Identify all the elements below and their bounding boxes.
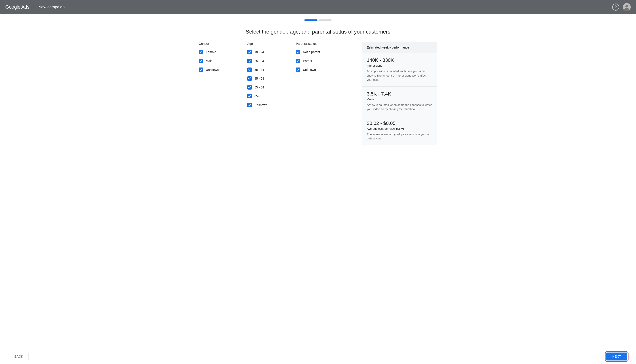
- age-25-34-item[interactable]: 25 - 34: [247, 59, 278, 63]
- gender-unknown-checkbox[interactable]: [199, 68, 203, 72]
- age-unknown-item[interactable]: Unknown: [247, 103, 278, 107]
- parental-unknown-label: Unknown: [303, 68, 316, 72]
- performance-panel-header: Estimated weekly performance: [362, 42, 437, 53]
- parental-not-a-parent-item[interactable]: Not a parent: [296, 50, 327, 54]
- gender-section: Gender Female Male: [199, 42, 230, 112]
- checkmark-icon: [248, 68, 251, 71]
- impressions-metric: 140K - 330K: [367, 57, 433, 63]
- header-divider: [34, 4, 34, 10]
- gender-male-label: Male: [206, 59, 212, 63]
- views-desc: A view is counted when someone chooses t…: [367, 103, 433, 112]
- app-logo: Google Ads: [5, 4, 29, 10]
- parental-unknown-item[interactable]: Unknown: [296, 68, 327, 72]
- left-columns: Gender Female Male: [199, 42, 353, 112]
- age-65plus-checkbox[interactable]: [247, 94, 252, 98]
- gender-header: Gender: [199, 42, 230, 46]
- main-content: Select the gender, age, and parental sta…: [190, 24, 446, 163]
- checkmark-icon: [248, 77, 251, 80]
- progress-step-1: [304, 20, 317, 21]
- age-unknown-checkbox[interactable]: [247, 103, 252, 107]
- age-25-34-label: 25 - 34: [254, 59, 264, 63]
- parental-not-a-parent-checkbox[interactable]: [296, 50, 300, 54]
- parental-unknown-checkbox[interactable]: [296, 68, 300, 72]
- age-45-54-item[interactable]: 45 - 54: [247, 76, 278, 81]
- app-header: Google Ads New campaign ?: [0, 0, 636, 14]
- cpv-desc: The average amount you'll pay every time…: [367, 132, 433, 141]
- gender-male-item[interactable]: Male: [199, 59, 230, 63]
- progress-container: [0, 14, 636, 24]
- gender-female-item[interactable]: Female: [199, 50, 230, 54]
- age-35-44-checkbox[interactable]: [247, 68, 252, 72]
- gender-unknown-label: Unknown: [206, 68, 219, 72]
- age-45-54-checkbox[interactable]: [247, 76, 252, 81]
- parental-parent-item[interactable]: Parent: [296, 59, 327, 63]
- progress-step-2: [319, 20, 332, 21]
- age-18-24-item[interactable]: 18 - 24: [247, 50, 278, 54]
- checkmark-icon: [248, 50, 251, 54]
- views-metric: 3.5K - 7.4K: [367, 91, 433, 97]
- parental-parent-checkbox[interactable]: [296, 59, 300, 63]
- age-65plus-item[interactable]: 65+: [247, 94, 278, 98]
- checkmark-icon: [199, 59, 202, 62]
- age-18-24-checkbox[interactable]: [247, 50, 252, 54]
- age-45-54-label: 45 - 54: [254, 77, 264, 80]
- progress-bar: [304, 20, 332, 21]
- age-18-24-label: 18 - 24: [254, 50, 264, 54]
- age-55-64-checkbox[interactable]: [247, 85, 252, 90]
- columns-wrapper: Gender Female Male: [199, 42, 437, 146]
- age-35-44-label: 35 - 44: [254, 68, 264, 72]
- age-unknown-label: Unknown: [254, 103, 267, 107]
- checkmark-icon: [296, 68, 300, 71]
- parental-status-header: Parental status: [296, 42, 327, 46]
- performance-panel: Estimated weekly performance 140K - 330K…: [362, 42, 437, 146]
- gender-unknown-item[interactable]: Unknown: [199, 68, 230, 72]
- age-section: Age 18 - 24 25 - 34: [247, 42, 278, 112]
- cpv-label: Average cost-per-view (CPV): [367, 127, 433, 130]
- impressions-label: Impressions: [367, 64, 433, 67]
- gender-female-label: Female: [206, 50, 216, 54]
- cpv-section: $0.02 - $0.05 Average cost-per-view (CPV…: [362, 116, 437, 145]
- checkmark-icon: [248, 104, 251, 106]
- parental-status-section: Parental status Not a parent: [296, 42, 327, 112]
- views-label: Views: [367, 98, 433, 101]
- checkmark-icon: [296, 59, 300, 62]
- page-title: Select the gender, age, and parental sta…: [199, 29, 437, 35]
- page-header-title: New campaign: [39, 5, 65, 10]
- gender-female-checkbox[interactable]: [199, 50, 203, 54]
- parental-not-a-parent-label: Not a parent: [303, 50, 320, 54]
- impressions-section: 140K - 330K Impressions An impression is…: [362, 53, 437, 87]
- svg-point-1: [625, 5, 628, 8]
- views-section: 3.5K - 7.4K Views A view is counted when…: [362, 87, 437, 116]
- checkmark-icon: [248, 86, 251, 89]
- checkmark-icon: [248, 95, 251, 98]
- age-55-64-item[interactable]: 55 - 64: [247, 85, 278, 90]
- avatar-icon: [623, 3, 631, 11]
- age-header: Age: [247, 42, 278, 46]
- help-button[interactable]: ?: [612, 4, 619, 10]
- age-65plus-label: 65+: [254, 94, 260, 98]
- help-icon: ?: [614, 5, 617, 9]
- checkmark-icon: [248, 59, 251, 62]
- parental-parent-label: Parent: [303, 59, 312, 63]
- checkmark-icon: [199, 68, 202, 71]
- cpv-metric: $0.02 - $0.05: [367, 120, 433, 126]
- impressions-desc: An impression is counted each time your …: [367, 69, 433, 82]
- user-avatar[interactable]: [623, 3, 631, 11]
- gender-male-checkbox[interactable]: [199, 59, 203, 63]
- checkmark-icon: [296, 50, 300, 54]
- age-35-44-item[interactable]: 35 - 44: [247, 68, 278, 72]
- age-55-64-label: 55 - 64: [254, 86, 264, 89]
- checkmark-icon: [199, 50, 202, 54]
- age-25-34-checkbox[interactable]: [247, 59, 252, 63]
